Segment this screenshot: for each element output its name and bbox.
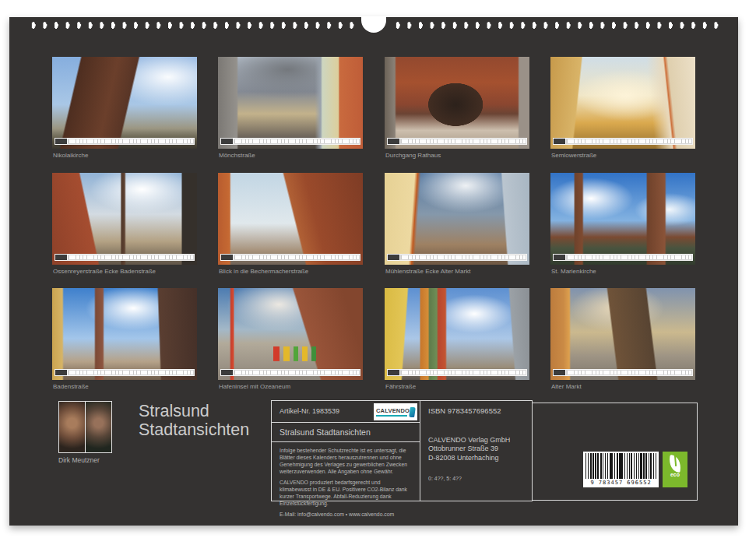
date-strip bbox=[55, 369, 195, 376]
month-photo-faehrstrasse bbox=[385, 288, 529, 380]
day-cells bbox=[234, 139, 360, 144]
month-chip bbox=[388, 255, 399, 260]
product-info-box: Artikel-Nr. 1983539 CALVENDO Stralsund S… bbox=[271, 400, 420, 501]
thumb-caption: Fährstraße bbox=[385, 383, 416, 390]
thumb-caption: Durchgang Rathaus bbox=[385, 152, 441, 159]
month-photo-marienkirche bbox=[550, 173, 695, 265]
thumb-caption: Hafeninsel mit Ozeaneum bbox=[219, 383, 290, 390]
month-thumb: St. Marienkirche bbox=[550, 173, 695, 265]
day-cells bbox=[400, 139, 526, 144]
eco-logo: eco bbox=[663, 452, 687, 487]
month-chip bbox=[55, 370, 67, 375]
publisher-line: CALVENDO Verlag GmbH bbox=[428, 436, 527, 445]
month-photo-nikolaikirche bbox=[52, 57, 197, 149]
date-strip bbox=[553, 254, 693, 261]
thumb-caption: Mönchstraße bbox=[219, 152, 255, 159]
date-strip bbox=[55, 138, 195, 145]
legal-text: Infolge bestehender Schutzrechte ist es … bbox=[272, 442, 420, 522]
author-photo bbox=[58, 401, 112, 453]
calendar-title: Stralsund Stadtansichten bbox=[139, 402, 275, 440]
date-strip bbox=[553, 138, 693, 145]
month-thumb: Alter Markt bbox=[550, 288, 695, 380]
month-thumb: Mönchstraße bbox=[218, 57, 363, 149]
calvendo-logo-tagline-bar bbox=[376, 415, 407, 417]
date-strip bbox=[387, 369, 527, 376]
month-thumb: Durchgang Rathaus bbox=[385, 57, 529, 149]
artikel-number: Artikel-Nr. 1983539 bbox=[280, 407, 339, 415]
month-chip bbox=[554, 255, 565, 260]
day-cells bbox=[566, 139, 692, 144]
calvendo-logo-mark-icon bbox=[409, 407, 416, 417]
date-strip bbox=[55, 254, 195, 261]
month-photo-muehlenstrasse bbox=[385, 173, 529, 265]
day-cells bbox=[566, 370, 692, 375]
binding-holes-left bbox=[28, 21, 357, 30]
day-cells bbox=[566, 255, 692, 260]
calvendo-logo-textwrap: CALVENDO bbox=[376, 408, 410, 417]
day-cells bbox=[234, 370, 360, 375]
month-chip bbox=[388, 139, 399, 144]
day-cells bbox=[68, 139, 194, 144]
leaf-icon bbox=[667, 455, 682, 473]
month-chip bbox=[554, 139, 565, 144]
date-strip bbox=[220, 254, 360, 261]
thumb-caption: Alter Markt bbox=[551, 383, 582, 390]
date-strip bbox=[387, 254, 527, 261]
email-row: E-Mail: info@calvendo.com • www.calvendo… bbox=[280, 512, 410, 519]
month-thumb: Semlowerstraße bbox=[550, 57, 695, 149]
month-photo-alter-markt bbox=[550, 288, 695, 380]
calvendo-logo-text: CALVENDO bbox=[376, 408, 410, 414]
price-note: 0: 4??, 5: 4?? bbox=[428, 476, 527, 481]
publisher-line: D-82008 Unterhaching bbox=[428, 454, 527, 462]
thumb-caption: Semlowerstraße bbox=[551, 152, 596, 159]
barcode-bars bbox=[585, 453, 656, 479]
legal-paragraph-1: Infolge bestehender Schutzrechte ist es … bbox=[280, 448, 410, 476]
month-chip bbox=[388, 370, 399, 375]
month-photo-hafeninsel bbox=[218, 288, 363, 380]
calendar-back-sheet: Nikolaikirche Mönchstraße Durchgang Rath… bbox=[9, 17, 738, 526]
month-chip bbox=[55, 255, 67, 260]
date-strip bbox=[387, 138, 527, 145]
calvendo-logo: CALVENDO bbox=[374, 403, 417, 420]
month-thumb: Nikolaikirche bbox=[52, 57, 197, 149]
date-strip bbox=[220, 369, 360, 376]
month-thumb: Mühlenstraße Ecke Alter Markt bbox=[385, 173, 529, 265]
author-name: Dirk Meutzner bbox=[58, 456, 100, 464]
month-thumb: Fährstraße bbox=[385, 288, 529, 380]
thumb-caption: Ossenreyerstraße Ecke Badenstraße bbox=[53, 268, 156, 275]
hanger-hole bbox=[361, 16, 386, 33]
month-thumb: Blick in die Bechermacherstraße bbox=[218, 173, 363, 265]
month-chip bbox=[221, 370, 233, 375]
month-photo-bechermacherstrasse bbox=[218, 173, 363, 265]
month-photo-durchgang-rathaus bbox=[385, 57, 529, 149]
binding-holes-right bbox=[392, 21, 723, 30]
day-cells bbox=[400, 370, 526, 375]
date-strip bbox=[553, 369, 693, 376]
month-thumb: Ossenreyerstraße Ecke Badenstraße bbox=[52, 173, 197, 265]
month-photo-ossenreyerstrasse bbox=[52, 173, 197, 265]
day-cells bbox=[68, 255, 194, 260]
thumb-caption: Badenstraße bbox=[53, 383, 89, 390]
month-photo-badenstrasse bbox=[52, 288, 197, 380]
month-photo-moenchstrasse bbox=[218, 57, 363, 149]
publisher-box: ISBN 9783457696552 CALVENDO Verlag GmbH … bbox=[420, 400, 533, 501]
date-strip bbox=[220, 138, 360, 145]
legal-paragraph-2: CALVENDO produziert bedarfsgerecht und k… bbox=[280, 480, 410, 508]
eco-label: eco bbox=[663, 472, 687, 477]
publisher-address: CALVENDO Verlag GmbH Ottobrunner Straße … bbox=[428, 436, 527, 462]
month-thumb: Hafeninsel mit Ozeaneum bbox=[218, 288, 363, 380]
thumb-caption: St. Marienkirche bbox=[551, 268, 596, 275]
author-portrait-left bbox=[59, 402, 86, 452]
artikel-row: Artikel-Nr. 1983539 CALVENDO bbox=[272, 401, 420, 423]
month-chip bbox=[554, 370, 565, 375]
publisher-line: Ottobrunner Straße 39 bbox=[428, 445, 527, 453]
day-cells bbox=[68, 370, 194, 375]
title-row: Stralsund Stadtansichten bbox=[272, 423, 420, 442]
month-photo-semlowerstrasse bbox=[550, 57, 695, 149]
barcode-box: 9 783457 696552 eco bbox=[532, 403, 698, 501]
author-portrait-right bbox=[86, 402, 111, 452]
ean-barcode: 9 783457 696552 bbox=[583, 452, 659, 487]
month-thumb: Badenstraße bbox=[52, 288, 197, 380]
day-cells bbox=[400, 255, 526, 260]
month-chip bbox=[221, 139, 233, 144]
